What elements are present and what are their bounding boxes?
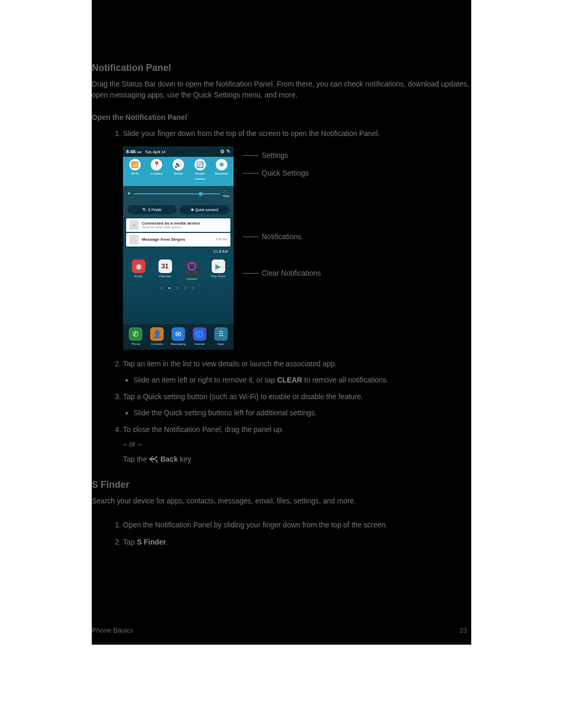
section-title-notification-panel: Notification Panel <box>92 63 471 73</box>
finder-connect-row: 🔍 S Finder ✱ Quick connect <box>123 202 234 217</box>
step-1: Slide your finger down from the top of t… <box>123 128 459 351</box>
clear-button: CLEAR <box>123 248 234 256</box>
step-2: Tap an item in the list to view details … <box>123 358 459 386</box>
home-app-calendar: 31Calendar <box>156 260 174 282</box>
step-3: Tap a Quick setting button (such as Wi-F… <box>123 391 459 418</box>
qs-bluetooth: ✱Bluetooth <box>213 159 230 181</box>
back-key-icon <box>149 456 158 463</box>
quick-settings-panel: 📶Wi-Fi📍Location🔊Sound🔄Screen rotation✱Bl… <box>123 157 234 186</box>
dock-app-apps: ⠿Apps <box>212 327 230 347</box>
home-app-camera: Camera <box>183 260 201 282</box>
phone-figure: 8:45 AM Tue, April 14 ⚙ ✎ 📶Wi-Fi📍Locatio… <box>123 146 342 351</box>
phone-statusbar: 8:45 AM Tue, April 14 ⚙ ✎ <box>123 146 234 157</box>
notification-message: Message from Stripes 8:30 AM <box>126 233 230 246</box>
s-finder-button: 🔍 S Finder <box>127 205 177 214</box>
open-panel-steps: Slide your finger down from the top of t… <box>106 128 471 465</box>
qs-screen-rotation: 🔄Screen rotation <box>191 159 209 181</box>
brightness-icon: ☀ <box>127 191 131 198</box>
sfinder-step-1: Open the Notification Panel by sliding y… <box>123 519 459 530</box>
notification-usb: ⍉ Connected as a media device Touch for … <box>126 218 230 232</box>
footer-section: Phone Basics <box>92 626 133 634</box>
intro-paragraph: Drag the Status Bar down to open the Not… <box>92 79 471 101</box>
home-app-play-store: ▶Play Store <box>210 260 227 282</box>
subheading-open-panel: Open the Notification Panel <box>92 113 471 121</box>
page-footer: Phone Basics 23 <box>92 626 467 634</box>
footer-page-number: 23 <box>460 626 467 634</box>
qs-location: 📍Location <box>148 159 166 181</box>
status-date: Tue, April 14 <box>145 150 165 154</box>
step-2-sub: Slide an item left or right to remove it… <box>133 374 459 386</box>
callout-quick-settings: Quick Settings <box>243 167 309 179</box>
home-app-row: ◉Email31CalendarCamera▶Play Store <box>123 256 234 283</box>
section-title-s-finder: S Finder <box>92 479 471 490</box>
qs-wi-fi: 📶Wi-Fi <box>126 159 144 181</box>
callout-notifications: Notifications <box>243 231 301 242</box>
callout-settings: Settings <box>243 150 288 161</box>
page-dots: ○ ● ○ ○ ○ <box>123 283 234 294</box>
dock: ✆Phone👤Contacts✉Messaging🌐Internet⠿Apps <box>123 324 234 350</box>
phone-screenshot: 8:45 AM Tue, April 14 ⚙ ✎ 📶Wi-Fi📍Locatio… <box>123 146 234 350</box>
status-time: 8:45 <box>126 149 136 154</box>
step-3-sub: Slide the Quick setting buttons left for… <box>133 407 459 418</box>
brightness-slider <box>134 193 220 194</box>
step-4-or: – or – <box>123 438 459 450</box>
sfinder-steps: Open the Notification Panel by sliding y… <box>106 519 471 548</box>
document-page: Notification Panel Drag the Status Bar d… <box>92 0 471 645</box>
sfinder-step-2: Tap S Finder. <box>123 536 459 548</box>
dock-app-contacts: 👤Contacts <box>148 327 166 347</box>
step-4: To close the Notification Panel, drag th… <box>123 424 459 465</box>
sfinder-intro: Search your device for apps, contacts, m… <box>92 496 471 507</box>
qs-sound: 🔊Sound <box>169 159 187 181</box>
step-4-back: Tap the Back key. <box>123 453 459 465</box>
dock-app-phone: ✆Phone <box>127 327 144 347</box>
home-app-email: ◉Email <box>130 260 148 282</box>
contact-icon <box>129 235 139 244</box>
usb-icon: ⍉ <box>129 220 139 230</box>
callout-clear: Clear Notifications <box>243 267 321 279</box>
quick-connect-button: ✱ Quick connect <box>180 205 229 214</box>
settings-gear-icon: ⚙ ✎ <box>220 147 230 156</box>
dock-app-internet: 🌐Internet <box>191 327 209 347</box>
brightness-row: ☀ ☑Auto <box>123 186 234 202</box>
dock-app-messaging: ✉Messaging <box>169 327 187 347</box>
